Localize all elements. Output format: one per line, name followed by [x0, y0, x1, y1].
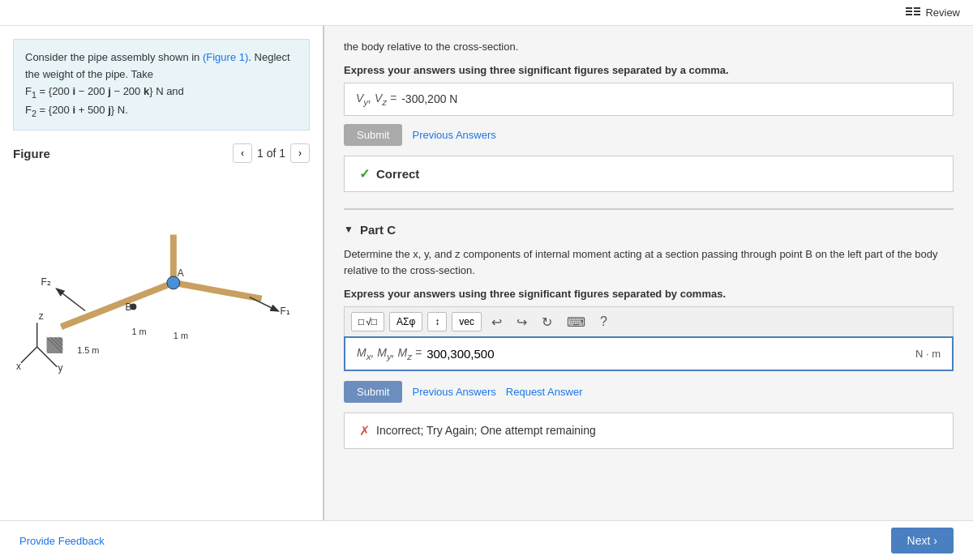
figure-title: Figure [13, 147, 50, 160]
arrows-label: ↕ [435, 316, 439, 327]
x-icon: ✗ [359, 423, 370, 438]
part-c-action-row: Submit Previous Answers Request Answer [344, 381, 954, 403]
svg-point-18 [130, 304, 136, 310]
help-icon: ? [600, 314, 607, 328]
incorrect-label: Incorrect; Try Again; One attempt remain… [376, 424, 596, 437]
part-b-section: the body relative to the cross-section. … [344, 39, 954, 192]
moment-label: Mx, My, Mz = [357, 346, 422, 361]
part-b-previous-answers-link[interactable]: Previous Answers [412, 129, 495, 141]
svg-rect-4 [914, 11, 920, 12]
toolbar-keyboard-button[interactable]: ⌨ [562, 313, 590, 331]
part-b-correct-box: ✓ Correct [344, 156, 954, 192]
next-label: Next [907, 534, 931, 547]
part-c-divider [344, 208, 954, 210]
refresh-icon: ↻ [542, 315, 552, 329]
figure-canvas: x y z A B [13, 169, 310, 380]
toolbar-redo-button[interactable]: ↪ [512, 313, 532, 331]
left-panel: Consider the pipe assembly shown in (Fig… [0, 26, 324, 520]
check-icon: ✓ [359, 166, 370, 182]
svg-text:1.5 m: 1.5 m [77, 345, 99, 355]
svg-rect-2 [906, 14, 912, 15]
svg-line-22 [57, 289, 85, 311]
part-b-correct-label: Correct [376, 167, 419, 181]
svg-text:y: y [58, 362, 62, 374]
next-chevron-icon: › [933, 534, 937, 547]
part-b-action-row: Submit Previous Answers [344, 124, 954, 146]
svg-text:x: x [16, 361, 21, 372]
moment-input[interactable] [426, 347, 909, 361]
toolbar-arrows-button[interactable]: ↕ [427, 312, 447, 331]
figure-link[interactable]: (Figure 1) [203, 51, 248, 63]
part-b-answer-label: Vy, Vz = [356, 92, 396, 107]
top-bar: Review [0, 0, 973, 26]
part-c-previous-answers-link[interactable]: Previous Answers [412, 386, 495, 398]
part-c-request-answer-link[interactable]: Request Answer [506, 386, 583, 398]
part-b-instruction: Express your answers using three signifi… [344, 64, 954, 76]
svg-text:1 m: 1 m [174, 331, 188, 341]
bottom-bar: Provide Feedback Next › [0, 520, 973, 560]
part-c-description: Determine the x, y, and z components of … [344, 246, 954, 280]
part-c-header[interactable]: ▼ Part C [344, 223, 954, 237]
svg-line-14 [174, 283, 262, 299]
f1-equation: F1 = {200 i − 200 j − 200 k} N and [25, 85, 184, 97]
figure-header: Figure ‹ 1 of 1 › [13, 143, 310, 163]
toolbar-fraction-button[interactable]: □ √□ [351, 312, 384, 331]
vec-label: vec [459, 316, 474, 327]
figure-section: Figure ‹ 1 of 1 › x y z [0, 143, 323, 520]
f2-equation: F2 = {200 i + 500 j} N. [25, 104, 128, 116]
toolbar-vec-button[interactable]: vec [452, 312, 482, 331]
toolbar-sqrt-label: √□ [366, 316, 377, 327]
part-c-submit-button[interactable]: Submit [344, 381, 402, 403]
incorrect-box: ✗ Incorrect; Try Again; One attempt rema… [344, 413, 954, 449]
redo-icon: ↪ [517, 315, 527, 329]
main-content: Consider the pipe assembly shown in (Fig… [0, 26, 973, 520]
toolbar-aeq-button[interactable]: AΣφ [389, 312, 422, 331]
fraction-icon: □ [358, 316, 364, 327]
right-panel: the body relative to the cross-section. … [324, 26, 973, 520]
review-label: Review [925, 6, 960, 19]
svg-line-6 [21, 347, 37, 363]
svg-text:A: A [178, 267, 184, 279]
part-b-answer-value: -300,200 N [401, 92, 457, 105]
problem-statement: Consider the pipe assembly shown in (Fig… [13, 39, 310, 130]
figure-svg: x y z A B [13, 169, 310, 380]
toolbar-help-button[interactable]: ? [595, 313, 612, 331]
toolbar-refresh-button[interactable]: ↻ [537, 313, 557, 331]
figure-nav-label: 1 of 1 [257, 147, 285, 160]
svg-text:z: z [39, 311, 44, 323]
provide-feedback-link[interactable]: Provide Feedback [19, 535, 105, 547]
part-c-title: Part C [360, 223, 396, 237]
part-c-section: ▼ Part C Determine the x, y, and z compo… [344, 223, 954, 449]
next-button[interactable]: Next › [891, 528, 954, 554]
math-toolbar: □ √□ AΣφ ↕ vec ↩ ↪ ↻ [344, 306, 954, 336]
aeq-label: AΣφ [396, 316, 415, 327]
svg-text:1 m: 1 m [131, 327, 146, 337]
moment-answer-row: Mx, My, Mz = N · m [344, 336, 954, 371]
review-button[interactable]: Review [906, 6, 960, 19]
review-icon [906, 7, 920, 19]
part-c-instruction: Express your answers using three signifi… [344, 288, 954, 300]
svg-text:F₁: F₁ [280, 306, 289, 318]
unit-label: N · m [915, 348, 941, 360]
part-c-chevron: ▼ [344, 224, 354, 235]
svg-rect-3 [914, 7, 920, 9]
figure-nav: ‹ 1 of 1 › [233, 143, 310, 163]
problem-text-prefix: Consider the pipe assembly shown in [25, 51, 203, 63]
undo-icon: ↩ [491, 315, 502, 329]
svg-line-24 [250, 297, 278, 311]
svg-rect-5 [914, 14, 920, 15]
svg-rect-1 [906, 11, 912, 12]
part-b-answer-box: Vy, Vz = -300,200 N [344, 83, 954, 116]
toolbar-undo-button[interactable]: ↩ [486, 313, 507, 331]
figure-next-button[interactable]: › [290, 143, 310, 163]
part-b-submit-button[interactable]: Submit [344, 124, 402, 146]
part-b-body-description: the body relative to the cross-section. [344, 39, 954, 56]
keyboard-icon: ⌨ [567, 315, 585, 329]
svg-rect-0 [906, 7, 912, 9]
svg-text:F₂: F₂ [41, 276, 51, 288]
figure-prev-button[interactable]: ‹ [233, 143, 252, 163]
